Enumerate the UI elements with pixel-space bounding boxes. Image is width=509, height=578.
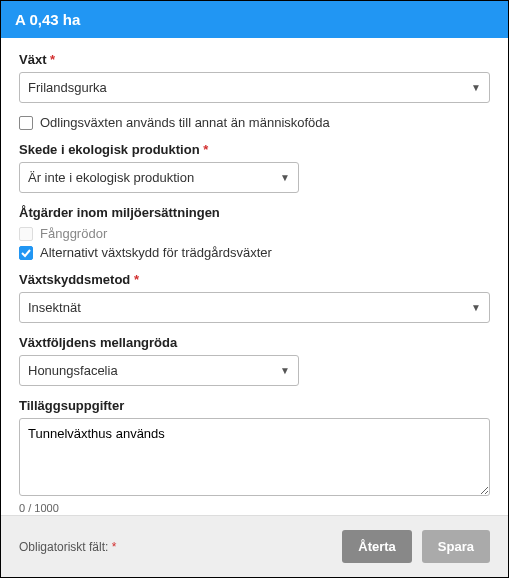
atgard-checkbox-1[interactable] <box>19 246 33 260</box>
required-mark: * <box>112 540 117 554</box>
odling-checkbox-label: Odlingsväxten används till annat än männ… <box>40 115 330 130</box>
vaxt-label: Växt * <box>19 52 490 67</box>
field-atgarder: Åtgärder inom miljöersättningen Fånggröd… <box>19 205 490 260</box>
mellangroda-value: Honungsfacelia <box>28 363 118 378</box>
tillagg-textarea[interactable]: Tunnelväxthus används <box>19 418 490 496</box>
skede-value: Är inte i ekologisk produktion <box>28 170 194 185</box>
tillagg-counter: 0 / 1000 <box>19 502 490 514</box>
save-button[interactable]: Spara <box>422 530 490 563</box>
field-skede: Skede i ekologisk produktion * Är inte i… <box>19 142 490 193</box>
revert-button[interactable]: Återta <box>342 530 412 563</box>
tillagg-label: Tilläggsuppgifter <box>19 398 490 413</box>
dialog-title: A 0,43 ha <box>15 11 80 28</box>
mellangroda-select[interactable]: Honungsfacelia ▼ <box>19 355 299 386</box>
required-mark: * <box>134 272 139 287</box>
footer-required-label: Obligatoriskt fält: * <box>19 540 116 554</box>
field-mellangroda: Växtföljdens mellangröda Honungsfacelia … <box>19 335 490 386</box>
required-mark: * <box>50 52 55 67</box>
dialog-footer: Obligatoriskt fält: * Återta Spara <box>1 515 508 577</box>
odling-checkbox[interactable] <box>19 116 33 130</box>
skede-select[interactable]: Är inte i ekologisk produktion ▼ <box>19 162 299 193</box>
footer-buttons: Återta Spara <box>342 530 490 563</box>
caret-icon: ▼ <box>280 365 290 376</box>
atgard-label-1: Alternativt växtskydd för trädgårdsväxte… <box>40 245 272 260</box>
vaxt-value: Frilandsgurka <box>28 80 107 95</box>
metod-value: Insektnät <box>28 300 81 315</box>
atgard-label-0: Fånggrödor <box>40 226 107 241</box>
mellangroda-label: Växtföljdens mellangröda <box>19 335 490 350</box>
odling-checkbox-row: Odlingsväxten används till annat än männ… <box>19 115 490 130</box>
dialog: A 0,43 ha Växt * Frilandsgurka ▼ Odlings… <box>0 0 509 578</box>
atgard-checkbox-0 <box>19 227 33 241</box>
caret-icon: ▼ <box>471 302 481 313</box>
field-vaxt: Växt * Frilandsgurka ▼ <box>19 52 490 103</box>
dialog-header: A 0,43 ha <box>1 1 508 38</box>
atgard-row-0: Fånggrödor <box>19 226 490 241</box>
metod-select[interactable]: Insektnät ▼ <box>19 292 490 323</box>
dialog-content: Växt * Frilandsgurka ▼ Odlingsväxten anv… <box>1 38 508 515</box>
vaxt-select[interactable]: Frilandsgurka ▼ <box>19 72 490 103</box>
caret-icon: ▼ <box>471 82 481 93</box>
atgarder-title: Åtgärder inom miljöersättningen <box>19 205 490 220</box>
field-metod: Växtskyddsmetod * Insektnät ▼ <box>19 272 490 323</box>
caret-icon: ▼ <box>280 172 290 183</box>
field-tillagg: Tilläggsuppgifter Tunnelväxthus används … <box>19 398 490 514</box>
required-mark: * <box>203 142 208 157</box>
skede-label: Skede i ekologisk produktion * <box>19 142 490 157</box>
atgard-row-1: Alternativt växtskydd för trädgårdsväxte… <box>19 245 490 260</box>
metod-label: Växtskyddsmetod * <box>19 272 490 287</box>
